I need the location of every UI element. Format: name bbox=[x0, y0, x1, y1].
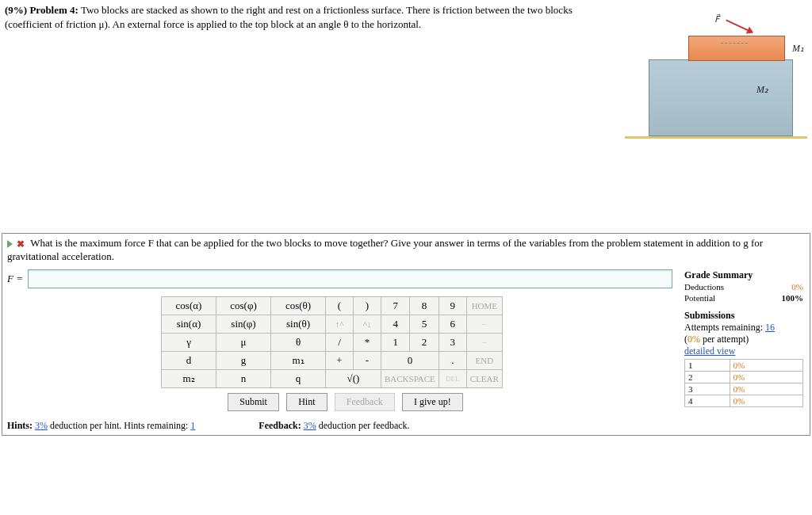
key-2[interactable]: 2 bbox=[410, 333, 439, 351]
key-cos-phi[interactable]: cos(φ) bbox=[216, 296, 271, 315]
key-0[interactable]: 0 bbox=[381, 351, 439, 369]
question-text: What is the maximum force F that can be … bbox=[7, 237, 763, 262]
key-sqrt[interactable]: √() bbox=[326, 369, 381, 387]
key-9[interactable]: 9 bbox=[439, 296, 466, 315]
key-mu[interactable]: μ bbox=[216, 333, 271, 351]
key-7[interactable]: 7 bbox=[381, 296, 410, 315]
submissions-title: Submissions bbox=[684, 310, 803, 322]
submit-button[interactable]: Submit bbox=[228, 393, 279, 411]
force-arrow-icon bbox=[726, 19, 752, 32]
key-dot[interactable]: . bbox=[439, 351, 466, 369]
key-del[interactable]: DEL bbox=[439, 369, 466, 387]
key-div[interactable]: / bbox=[326, 333, 354, 351]
key-sin-phi[interactable]: sin(φ) bbox=[216, 315, 271, 333]
detailed-view-link[interactable]: detailed view bbox=[684, 345, 803, 357]
key-rparen[interactable]: ) bbox=[354, 296, 381, 315]
summary-title: Grade Summary bbox=[684, 269, 803, 281]
key-gamma[interactable]: γ bbox=[162, 333, 216, 351]
feedback-info: Feedback: 3% deduction per feedback. bbox=[259, 420, 409, 432]
key-left[interactable]: ← bbox=[466, 315, 502, 333]
key-cos-theta[interactable]: cos(θ) bbox=[271, 296, 326, 315]
attempts-remaining[interactable]: 16 bbox=[765, 322, 775, 333]
feedback-button[interactable]: Feedback bbox=[335, 393, 395, 411]
answer-panel: ✖ What is the maximum force F that can b… bbox=[2, 233, 810, 436]
keypad: cos(α) cos(φ) cos(θ) ( ) 7 8 9 HOME sin(… bbox=[161, 296, 503, 411]
key-4[interactable]: 4 bbox=[381, 315, 410, 333]
key-up[interactable]: ↑^ bbox=[326, 315, 354, 333]
key-m2[interactable]: m₂ bbox=[162, 369, 216, 387]
block-m2: M₂ bbox=[649, 59, 793, 136]
grade-summary: Grade Summary Deductions0% Potential100%… bbox=[677, 266, 810, 416]
force-label: F⃗ bbox=[714, 14, 719, 25]
key-mul[interactable]: * bbox=[354, 333, 381, 351]
key-3[interactable]: 3 bbox=[439, 333, 466, 351]
hint-button[interactable]: Hint bbox=[286, 393, 327, 411]
hints-info: Hints: 3% deduction per hint. Hints rema… bbox=[7, 420, 195, 432]
giveup-button[interactable]: I give up! bbox=[402, 393, 463, 411]
key-sin-theta[interactable]: sin(θ) bbox=[271, 315, 326, 333]
key-home[interactable]: HOME bbox=[466, 296, 502, 315]
key-end[interactable]: END bbox=[466, 351, 502, 369]
problem-statement: Two blocks are stacked as shown to the r… bbox=[5, 4, 573, 30]
block-m1: M₁ F⃗ bbox=[688, 36, 785, 61]
key-clear[interactable]: CLEAR bbox=[466, 369, 502, 387]
problem-number: (9%) Problem 4: bbox=[5, 4, 79, 16]
key-6[interactable]: 6 bbox=[439, 315, 466, 333]
key-g[interactable]: g bbox=[216, 351, 271, 369]
key-cos-alpha[interactable]: cos(α) bbox=[162, 296, 216, 315]
key-sin-alpha[interactable]: sin(α) bbox=[162, 315, 216, 333]
key-right[interactable]: → bbox=[466, 333, 502, 351]
answer-input[interactable] bbox=[28, 269, 672, 288]
key-backspace[interactable]: BACKSPACE bbox=[381, 369, 439, 387]
key-n[interactable]: n bbox=[216, 369, 271, 387]
key-plus[interactable]: + bbox=[326, 351, 354, 369]
figure: M₂ M₁ F⃗ bbox=[625, 5, 807, 143]
key-8[interactable]: 8 bbox=[410, 296, 439, 315]
key-1[interactable]: 1 bbox=[381, 333, 410, 351]
key-5[interactable]: 5 bbox=[410, 315, 439, 333]
key-lparen[interactable]: ( bbox=[326, 296, 354, 315]
key-theta[interactable]: θ bbox=[271, 333, 326, 351]
key-d[interactable]: d bbox=[162, 351, 216, 369]
key-minus[interactable]: - bbox=[354, 351, 381, 369]
key-q[interactable]: q bbox=[271, 369, 326, 387]
play-icon bbox=[7, 240, 13, 248]
key-m1[interactable]: m₁ bbox=[271, 351, 326, 369]
close-icon[interactable]: ✖ bbox=[17, 238, 25, 250]
key-down[interactable]: ^↓ bbox=[354, 315, 381, 333]
answer-label: F = bbox=[7, 273, 23, 285]
